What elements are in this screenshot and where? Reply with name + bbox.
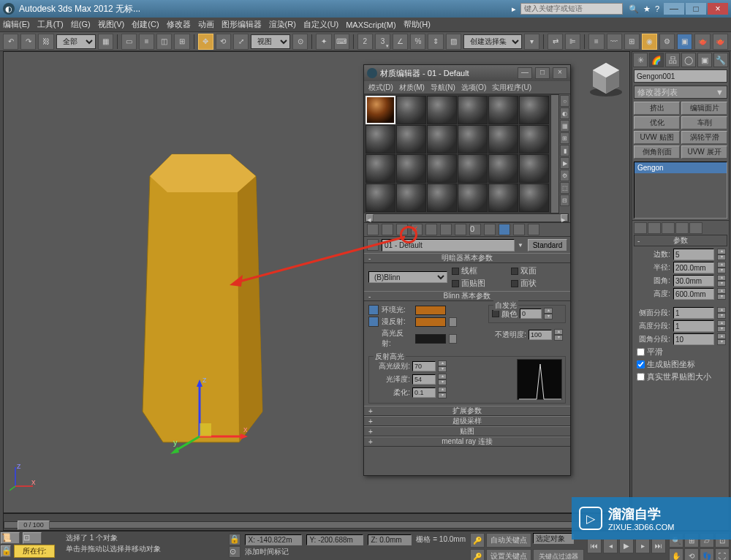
mat-min-button[interactable]: — xyxy=(518,67,532,79)
goto-line-button[interactable]: 所在行: xyxy=(14,545,55,558)
autokey-button[interactable]: 自动关键点 xyxy=(486,533,531,548)
lock-button[interactable]: 🔒 xyxy=(1,545,11,557)
pan-button[interactable]: ✋ xyxy=(669,548,683,560)
pin-stack-icon[interactable] xyxy=(634,222,647,234)
spinner-snap-button[interactable]: ⇕ xyxy=(428,34,443,50)
go-forward-icon[interactable] xyxy=(528,224,539,235)
diffuse-color-swatch[interactable] xyxy=(415,317,446,327)
play-button[interactable]: ▶ xyxy=(619,539,634,553)
material-editor-button[interactable]: ◉ xyxy=(642,34,657,50)
diffuse-map-button[interactable] xyxy=(449,317,457,327)
maximize-button[interactable]: □ xyxy=(686,3,706,15)
go-parent-icon[interactable] xyxy=(513,224,525,235)
rollout-blinn-params[interactable]: Blinn 基本参数 xyxy=(364,291,570,301)
ambient-color-swatch[interactable] xyxy=(415,306,446,315)
menu-anim[interactable]: 动画 xyxy=(198,19,214,30)
material-slot[interactable] xyxy=(519,154,549,183)
named-selset-dropdown[interactable]: 创建选择集 xyxy=(463,34,522,49)
height-spinner[interactable]: 600.0mm xyxy=(673,288,714,300)
keyfilter-button[interactable]: 关键点过滤器 xyxy=(533,549,584,560)
minimize-button[interactable]: — xyxy=(664,3,684,15)
manip-button[interactable]: ✦ xyxy=(316,34,331,50)
material-slot[interactable] xyxy=(458,125,488,154)
spec-level-spinner[interactable] xyxy=(412,361,436,371)
slot-scrollbar-h[interactable]: ◂▸ xyxy=(366,213,569,222)
background-icon[interactable]: ▦ xyxy=(560,120,569,132)
material-slot[interactable] xyxy=(488,96,518,124)
genmapcoords-checkbox[interactable] xyxy=(637,360,645,368)
setkey-button[interactable]: 设置关键点 xyxy=(486,549,531,560)
search-icon[interactable]: 🔍 xyxy=(629,4,639,14)
mat-menu-mode[interactable]: 模式(D) xyxy=(368,83,393,93)
material-slot[interactable] xyxy=(366,125,395,154)
select-by-mat-icon[interactable]: ⬚ xyxy=(560,182,569,194)
render-setup-button[interactable]: ⚙ xyxy=(659,34,675,50)
schematic-button[interactable]: ⊞ xyxy=(624,34,640,50)
rollout-mentalray[interactable]: mental ray 连接 xyxy=(364,436,570,447)
material-slot[interactable] xyxy=(396,125,426,154)
window-crossing-button[interactable]: ⊞ xyxy=(174,34,189,50)
assign-to-selection-icon[interactable] xyxy=(396,224,408,235)
time-slider-bar[interactable]: 0 / 100 xyxy=(3,513,630,531)
material-slot[interactable] xyxy=(366,154,395,183)
diffuse-lock-icon[interactable] xyxy=(368,317,379,327)
redo-button[interactable]: ↷ xyxy=(20,34,36,50)
key-selset-input[interactable] xyxy=(533,533,574,544)
time-tag-text[interactable]: 添加时间标记 xyxy=(245,547,466,557)
transform-gizmo[interactable]: z x y xyxy=(170,378,251,458)
make-copy-icon[interactable] xyxy=(425,224,437,235)
curve-editor-button[interactable]: 〰 xyxy=(607,34,622,50)
material-slot[interactable] xyxy=(396,183,426,212)
options-icon[interactable]: ⚙ xyxy=(560,170,569,181)
time-slider-thumb[interactable]: 0 / 100 xyxy=(18,521,50,530)
backlight-icon[interactable]: ◐ xyxy=(560,107,569,119)
btn-turbosmooth[interactable]: 涡轮平滑 xyxy=(681,131,727,144)
sample-uv-icon[interactable]: ⊞ xyxy=(560,132,569,144)
material-slot[interactable] xyxy=(427,154,457,183)
fillet-spinner[interactable]: 30.0mm xyxy=(673,275,714,287)
make-unique-icon[interactable] xyxy=(440,224,452,235)
lock-axis-button[interactable]: ⊡ xyxy=(23,532,42,544)
mat-close-button[interactable]: × xyxy=(553,67,567,79)
material-slot[interactable] xyxy=(458,183,488,212)
render-prod-button[interactable]: 🫖 xyxy=(713,34,728,50)
smooth-checkbox[interactable] xyxy=(637,348,645,356)
preview-icon[interactable]: ▶ xyxy=(560,157,569,169)
pivot-button[interactable]: ⊙ xyxy=(292,34,308,50)
twosided-checkbox[interactable] xyxy=(511,268,518,275)
sides-spinner[interactable]: 5 xyxy=(673,249,714,260)
scale-button[interactable]: ⤢ xyxy=(233,34,249,50)
lock-sel-icon[interactable]: 🔒 xyxy=(229,534,240,545)
link-button[interactable]: ⛓ xyxy=(38,34,53,50)
material-slot[interactable] xyxy=(488,125,518,154)
title-tool-icon[interactable]: ▸ xyxy=(512,4,516,14)
maxscript-mini-button[interactable]: 📜 xyxy=(1,532,20,544)
prev-frame-button[interactable]: ◂ xyxy=(603,539,618,553)
help-search-input[interactable]: 键入关键字或短语 xyxy=(520,3,623,15)
menu-create[interactable]: 创建(C) xyxy=(132,19,159,30)
align-button[interactable]: ⊫ xyxy=(565,34,580,50)
sample-type-icon[interactable]: ○ xyxy=(560,95,569,107)
shader-dropdown[interactable]: (B)Blinn xyxy=(368,271,447,283)
next-frame-button[interactable]: ▸ xyxy=(635,539,650,553)
rollout-maps[interactable]: 贴图 xyxy=(364,426,570,436)
render-button[interactable]: 🫖 xyxy=(694,34,710,50)
video-check-icon[interactable]: ▮ xyxy=(560,145,569,156)
menu-graph[interactable]: 图形编辑器 xyxy=(221,19,262,30)
reset-map-icon[interactable]: ✕ xyxy=(411,224,423,235)
modifier-stack-item[interactable]: Gengon xyxy=(635,162,727,173)
show-result-icon[interactable] xyxy=(648,222,661,234)
material-slot[interactable] xyxy=(519,96,549,124)
selection-scope-dropdown[interactable]: 全部 xyxy=(56,34,96,49)
menu-render[interactable]: 渲染(R) xyxy=(269,19,296,30)
make-unique-icon[interactable] xyxy=(662,222,675,234)
soften-spinner[interactable] xyxy=(412,387,436,398)
selset-add-button[interactable]: ▾ xyxy=(524,34,539,50)
opacity-spinner[interactable] xyxy=(529,330,552,340)
mat-menu-material[interactable]: 材质(M) xyxy=(399,83,425,93)
move-button[interactable]: ✥ xyxy=(198,34,213,50)
mat-editor-titlebar[interactable]: 材质编辑器 - 01 - Default — □ × xyxy=(364,65,570,81)
slot-scrollbar-v[interactable] xyxy=(550,94,559,213)
material-name-input[interactable] xyxy=(382,239,515,251)
menu-help[interactable]: 帮助(H) xyxy=(404,19,431,30)
